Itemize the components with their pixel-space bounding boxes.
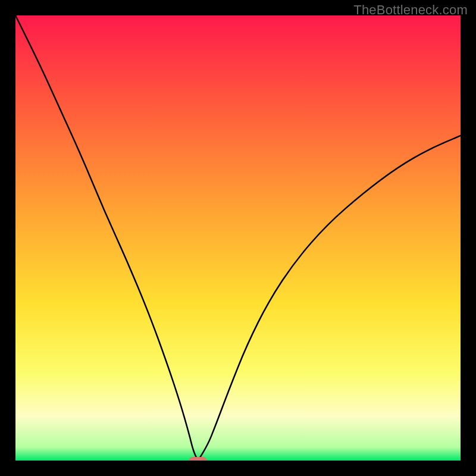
gradient-background (15, 15, 461, 461)
minimum-pill (189, 457, 207, 461)
chart-frame: TheBottleneck.com (0, 0, 476, 476)
plot-area (15, 15, 461, 461)
chart-svg (15, 15, 461, 461)
watermark-text: TheBottleneck.com (353, 2, 468, 18)
minimum-marker (189, 457, 207, 461)
